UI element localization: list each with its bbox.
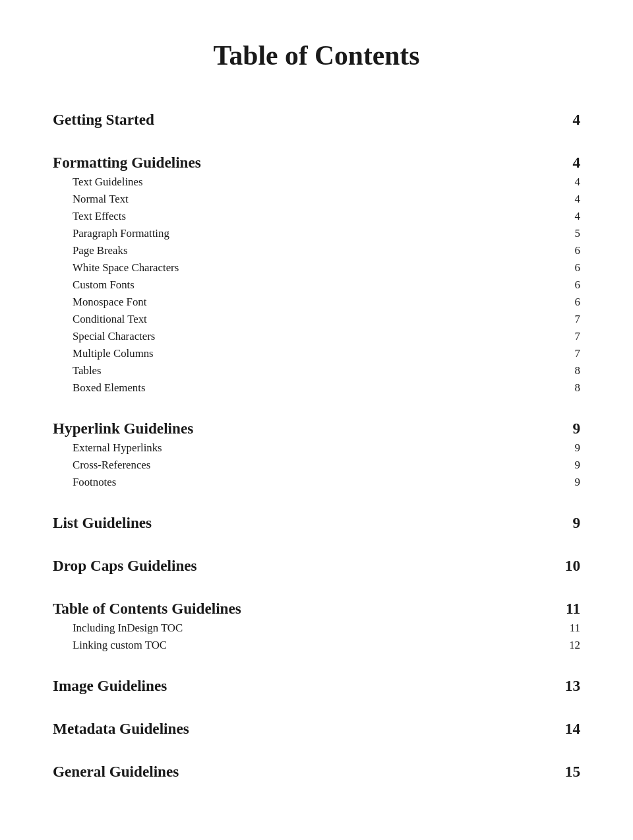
entry-page: 4 [554, 176, 580, 189]
entry-text: External Hyperlinks [73, 441, 554, 455]
toc-entry: Normal Text4 [53, 193, 580, 206]
toc-entry: Monospace Font6 [53, 296, 580, 309]
entry-page: 4 [554, 210, 580, 223]
entry-text: Cross-References [73, 459, 554, 472]
toc-entry: List Guidelines9 [53, 514, 580, 532]
toc-entry: Conditional Text7 [53, 313, 580, 326]
entry-text: List Guidelines [53, 514, 554, 532]
toc-entry: General Guidelines15 [53, 763, 580, 781]
toc-entry: Getting Started4 [53, 111, 580, 129]
entry-text: Text Effects [73, 210, 554, 223]
entry-page: 14 [554, 720, 580, 738]
toc-entry: Metadata Guidelines14 [53, 720, 580, 738]
toc-entry: Cross-References9 [53, 459, 580, 472]
toc-entry: Special Characters7 [53, 330, 580, 343]
entry-text: Boxed Elements [73, 381, 554, 395]
toc-entry: Footnotes9 [53, 476, 580, 489]
entry-text: White Space Characters [73, 261, 554, 275]
toc-entry: Linking custom TOC12 [53, 639, 580, 652]
toc-entry: Page Breaks6 [53, 244, 580, 257]
toc-entry: Table of Contents Guidelines11 [53, 600, 580, 618]
toc-entry: Text Guidelines4 [53, 176, 580, 189]
entry-text: Hyperlink Guidelines [53, 420, 554, 437]
entry-text: Multiple Columns [73, 347, 554, 360]
toc-entry: Image Guidelines13 [53, 677, 580, 695]
entry-page: 15 [554, 763, 580, 781]
toc-entry: Drop Caps Guidelines10 [53, 557, 580, 575]
entry-page: 12 [554, 639, 580, 652]
entry-page: 7 [554, 330, 580, 343]
toc-entry: Boxed Elements8 [53, 381, 580, 395]
entry-page: 6 [554, 261, 580, 275]
entry-page: 9 [554, 420, 580, 437]
entry-page: 9 [554, 514, 580, 532]
page-title: Table of Contents [53, 40, 580, 71]
entry-page: 4 [554, 193, 580, 206]
entry-text: Including InDesign TOC [73, 622, 554, 635]
entry-text: Custom Fonts [73, 278, 554, 292]
entry-page: 6 [554, 244, 580, 257]
entry-page: 11 [554, 622, 580, 635]
toc-entry: Including InDesign TOC11 [53, 622, 580, 635]
entry-text: Table of Contents Guidelines [53, 600, 554, 618]
entry-text: Conditional Text [73, 313, 554, 326]
entry-page: 6 [554, 278, 580, 292]
toc-entry: Paragraph Formatting5 [53, 227, 580, 240]
entry-text: Formatting Guidelines [53, 154, 554, 172]
entry-page: 11 [554, 600, 580, 618]
entry-text: Tables [73, 364, 554, 377]
toc-entry: External Hyperlinks9 [53, 441, 580, 455]
entry-page: 9 [554, 476, 580, 489]
toc-entry: Text Effects4 [53, 210, 580, 223]
entry-page: 4 [554, 154, 580, 172]
toc-container: Getting Started4Formatting Guidelines4Te… [53, 111, 580, 781]
entry-text: Paragraph Formatting [73, 227, 554, 240]
entry-page: 7 [554, 347, 580, 360]
entry-text: Footnotes [73, 476, 554, 489]
entry-page: 9 [554, 459, 580, 472]
entry-page: 13 [554, 677, 580, 695]
entry-text: Metadata Guidelines [53, 720, 554, 738]
toc-entry: Multiple Columns7 [53, 347, 580, 360]
entry-text: Normal Text [73, 193, 554, 206]
entry-page: 5 [554, 227, 580, 240]
entry-text: Getting Started [53, 111, 554, 129]
entry-page: 8 [554, 364, 580, 377]
entry-page: 6 [554, 296, 580, 309]
entry-page: 10 [554, 557, 580, 575]
entry-page: 4 [554, 111, 580, 129]
toc-entry: Tables8 [53, 364, 580, 377]
entry-text: Special Characters [73, 330, 554, 343]
entry-text: General Guidelines [53, 763, 554, 781]
toc-entry: Custom Fonts6 [53, 278, 580, 292]
entry-text: Page Breaks [73, 244, 554, 257]
entry-page: 8 [554, 381, 580, 395]
entry-text: Text Guidelines [73, 176, 554, 189]
entry-text: Image Guidelines [53, 677, 554, 695]
toc-entry: Formatting Guidelines4 [53, 154, 580, 172]
entry-page: 9 [554, 441, 580, 455]
entry-text: Drop Caps Guidelines [53, 557, 554, 575]
toc-entry: White Space Characters6 [53, 261, 580, 275]
toc-entry: Hyperlink Guidelines9 [53, 420, 580, 437]
entry-text: Monospace Font [73, 296, 554, 309]
entry-text: Linking custom TOC [73, 639, 554, 652]
entry-page: 7 [554, 313, 580, 326]
